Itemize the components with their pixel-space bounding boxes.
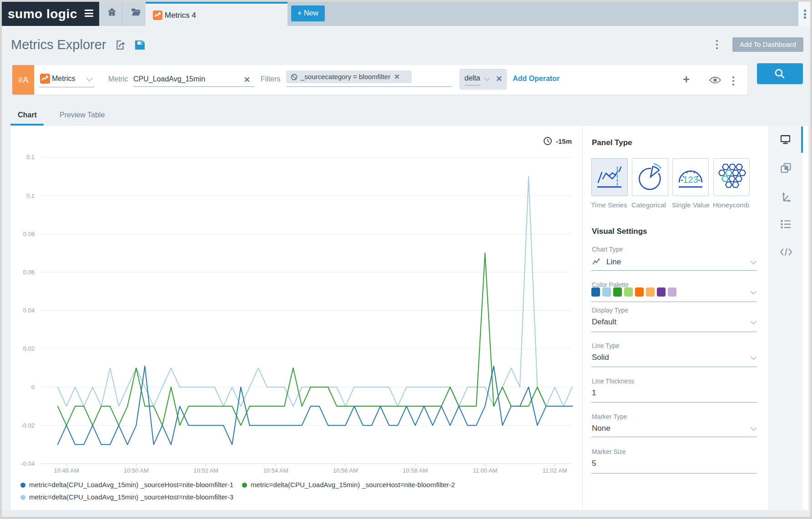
svg-text:10:48 AM: 10:48 AM: [54, 467, 79, 474]
svg-text:0: 0: [31, 384, 35, 391]
svg-text:0.1: 0.1: [26, 192, 35, 199]
svg-text:-0.02: -0.02: [21, 422, 35, 429]
svg-text:10:50 AM: 10:50 AM: [124, 467, 149, 474]
svg-text:10:56 AM: 10:56 AM: [333, 467, 358, 474]
svg-text:0.06: 0.06: [23, 269, 35, 276]
svg-text:0.04: 0.04: [23, 307, 35, 314]
svg-text:10:52 AM: 10:52 AM: [193, 467, 218, 474]
svg-text:-15m: -15m: [556, 137, 572, 145]
svg-text:10:58 AM: 10:58 AM: [403, 467, 428, 474]
svg-text:0.08: 0.08: [23, 231, 35, 237]
svg-text:123: 123: [683, 175, 698, 185]
svg-text:11:02 AM: 11:02 AM: [543, 467, 567, 474]
svg-text:11:00 AM: 11:00 AM: [473, 467, 497, 474]
svg-text:10:54 AM: 10:54 AM: [263, 467, 288, 474]
svg-text:-0.04: -0.04: [21, 460, 35, 467]
svg-text:0.1: 0.1: [26, 154, 35, 161]
svg-text:0.02: 0.02: [23, 345, 35, 352]
